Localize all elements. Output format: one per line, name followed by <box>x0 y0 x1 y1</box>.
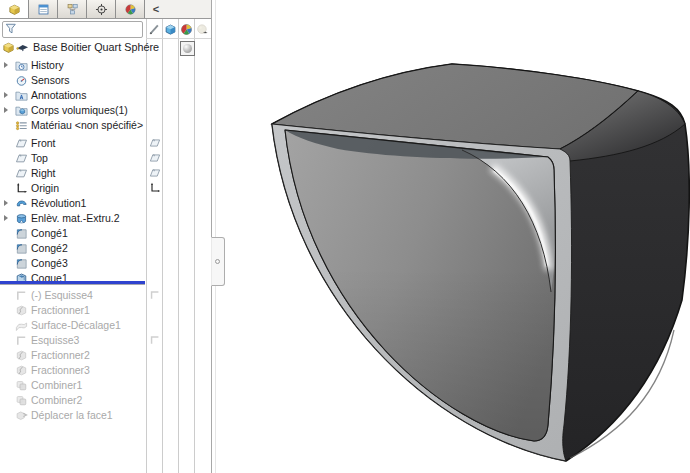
rollback-bar[interactable] <box>0 281 145 284</box>
panel-tab-bar: < <box>0 0 211 19</box>
tree-item-label: Top <box>31 151 48 166</box>
feature-tree: Base Boitier Quart SphéreHistorySensorsA… <box>0 39 211 473</box>
fillet-icon <box>15 227 28 240</box>
tree-item-mat-riau-non-sp-cifi[interactable]: Matériau <non spécifié> <box>0 118 210 133</box>
tree-item-cong-3[interactable]: Congé3 <box>0 256 210 271</box>
tree-item-label: Combiner1 <box>31 378 82 393</box>
collapse-panel-arrow[interactable]: < <box>150 1 162 17</box>
tree-item-top[interactable]: Top <box>0 151 210 166</box>
display-column-origin-icon <box>149 182 161 194</box>
tree-item-label: Right <box>31 166 56 181</box>
tree-item-corps-volumiques-1[interactable]: Corps volumiques(1) <box>0 103 210 118</box>
tree-item-combiner2[interactable]: Combiner2 <box>0 393 210 408</box>
tree-item-r-volution1[interactable]: Révolution1 <box>0 196 210 211</box>
tree-item-label: Congé1 <box>31 226 68 241</box>
tree-filter-input[interactable] <box>19 22 141 37</box>
glasses-icon <box>16 41 29 54</box>
combine-icon <box>15 394 28 407</box>
surface-icon <box>15 319 28 332</box>
part-icon <box>2 41 15 54</box>
expand-arrow-icon[interactable] <box>4 107 8 113</box>
expand-arrow-icon[interactable] <box>4 92 8 98</box>
displaymanager-tab[interactable] <box>116 0 145 18</box>
tree-item-front[interactable]: Front <box>0 136 210 151</box>
origin-icon <box>15 182 28 195</box>
cutextrude-icon <box>15 212 28 225</box>
tree-item-label: Déplacer la face1 <box>31 408 113 423</box>
moveface-icon <box>15 409 28 422</box>
tree-item-label: Front <box>31 136 56 151</box>
configurationmanager-tab[interactable] <box>58 0 87 18</box>
tree-item-label: Origin <box>31 181 59 196</box>
display-column-plane-icon <box>149 152 161 164</box>
plane-icon <box>15 167 28 180</box>
folderannot-icon <box>15 89 28 102</box>
display-mode-column-icon[interactable] <box>164 22 177 35</box>
tree-item-label: Sensors <box>31 73 70 88</box>
display-column-plane-icon <box>149 137 161 149</box>
filter-funnel-icon <box>5 23 17 35</box>
tree-item-label: Base Boitier Quart Sphére <box>33 40 159 55</box>
tree-item-label: (-) Esquisse4 <box>31 288 93 303</box>
tree-item-label: Congé2 <box>31 241 68 256</box>
tree-item-fractionner2[interactable]: Fractionner2 <box>0 348 210 363</box>
display-column-plane-icon <box>149 167 161 179</box>
tree-item-label: History <box>31 58 64 73</box>
folderbodies-icon <box>15 104 28 117</box>
tree-item-sensors[interactable]: Sensors <box>0 73 210 88</box>
expand-arrow-icon[interactable] <box>4 215 8 221</box>
display-column-sketch-icon <box>149 334 161 346</box>
tree-item-fractionner3[interactable]: Fractionner3 <box>0 363 210 378</box>
tree-item-esquisse4[interactable]: (-) Esquisse4 <box>0 288 210 303</box>
tree-item-history[interactable]: History <box>0 58 210 73</box>
propertymanager-tab[interactable] <box>29 0 58 18</box>
split-icon <box>15 364 28 377</box>
appearance-swatch[interactable] <box>180 41 195 56</box>
split-icon <box>15 304 28 317</box>
tree-item-enl-v-mat-extru-2[interactable]: Enlèv. mat.-Extru.2 <box>0 211 210 226</box>
featuremanager-panel: < Base Boitier Quart SphéreHistorySensor… <box>0 0 212 473</box>
fillet-icon <box>15 257 28 270</box>
tree-item-label: Fractionner1 <box>31 303 90 318</box>
tree-item-fractionner1[interactable]: Fractionner1 <box>0 303 210 318</box>
tree-item-esquisse3[interactable]: Esquisse3 <box>0 333 210 348</box>
tree-item-label: Annotations <box>31 88 86 103</box>
tree-item-cong-1[interactable]: Congé1 <box>0 226 210 241</box>
tree-item-label: Congé3 <box>31 256 68 271</box>
tree-item-cong-2[interactable]: Congé2 <box>0 241 210 256</box>
appearance-column-icon[interactable] <box>180 22 193 35</box>
annotations-column-icon[interactable] <box>148 22 161 35</box>
tree-item-label: Matériau <non spécifié> <box>31 118 143 133</box>
panel-splitter-handle[interactable] <box>211 237 225 286</box>
tree-item-d-placer-la-face1[interactable]: Déplacer la face1 <box>0 408 210 423</box>
tree-filter-box <box>2 21 143 38</box>
tree-item-label: Surface-Décalage1 <box>31 318 121 333</box>
tree-item-label: Enlèv. mat.-Extru.2 <box>31 211 120 226</box>
tree-item-label: Fractionner2 <box>31 348 90 363</box>
split-icon <box>15 349 28 362</box>
tree-item-base-boitier-quart-sph-re[interactable]: Base Boitier Quart Sphére <box>0 40 210 55</box>
tree-item-label: Corps volumiques(1) <box>31 103 128 118</box>
transparency-column-icon[interactable] <box>196 22 209 35</box>
sensors-icon <box>15 74 28 87</box>
dimxpertmanager-tab[interactable] <box>87 0 116 18</box>
display-column-sketch-icon <box>149 289 161 301</box>
tree-item-annotations[interactable]: Annotations <box>0 88 210 103</box>
sketch-icon <box>15 289 28 302</box>
tree-item-right[interactable]: Right <box>0 166 210 181</box>
tree-item-combiner1[interactable]: Combiner1 <box>0 378 210 393</box>
folderhist-icon <box>15 59 28 72</box>
tree-item-label: Combiner2 <box>31 393 82 408</box>
tree-item-label: Esquisse3 <box>31 333 79 348</box>
combine-icon <box>15 379 28 392</box>
tree-item-surface-d-calage1[interactable]: Surface-Décalage1 <box>0 318 210 333</box>
tree-item-origin[interactable]: Origin <box>0 181 210 196</box>
plane-icon <box>15 137 28 150</box>
sketch-icon <box>15 334 28 347</box>
revolve-icon <box>15 197 28 210</box>
expand-arrow-icon[interactable] <box>4 200 8 206</box>
material-icon <box>15 119 28 132</box>
expand-arrow-icon[interactable] <box>4 62 8 68</box>
fillet-icon <box>15 242 28 255</box>
featuremanager-tab[interactable] <box>0 0 29 18</box>
